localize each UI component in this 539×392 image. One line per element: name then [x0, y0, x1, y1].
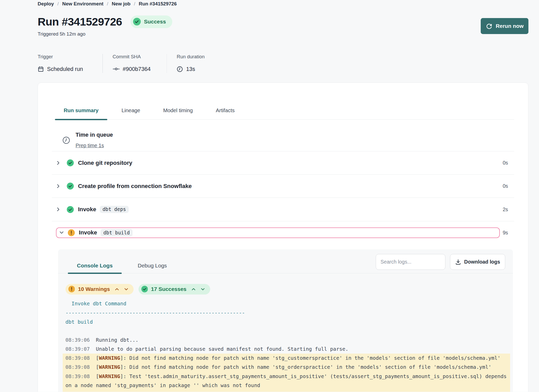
warning-icon [68, 229, 75, 236]
tab-debug-logs[interactable]: Debug Logs [129, 263, 176, 273]
chevron-down-icon[interactable] [124, 287, 129, 292]
breadcrumb-separator: / [107, 1, 108, 7]
console-panel-header: Console Logs Debug Logs Download logs [58, 249, 513, 273]
meta-commit: Commit SHA #900b7364 [113, 54, 157, 73]
commit-label: Commit SHA [113, 54, 157, 60]
clock-icon [177, 66, 183, 72]
log-output: Invoke dbt Command----------------------… [63, 299, 510, 392]
rerun-now-label: Rerun now [496, 23, 524, 29]
warnings-count: 10 Warnings [78, 286, 110, 292]
download-icon [455, 259, 461, 265]
trigger-label: Trigger [38, 54, 93, 60]
rerun-now-button[interactable]: Rerun now [481, 18, 528, 34]
page-title: Run #341529726 [38, 15, 122, 28]
refresh-icon [486, 23, 493, 30]
success-icon [67, 206, 74, 213]
status-badge-label: Success [144, 19, 166, 25]
step-duration: 0s [503, 183, 508, 189]
step-duration: 9s [503, 230, 508, 236]
clock-icon [62, 136, 70, 144]
step-command-chip: dbt deps [100, 206, 129, 213]
chevron-right-icon[interactable] [56, 207, 61, 212]
log-line: 08:39:07 Unable to do partial parsing be… [63, 345, 510, 354]
divider [52, 221, 514, 221]
step-title: Clone git repository [78, 160, 132, 166]
meta-trigger: Trigger Scheduled run [38, 54, 93, 73]
breadcrumb-job[interactable]: New job [112, 1, 130, 7]
warning-log-line: 08:39:08 [WARNING]: Did not find matchin… [66, 363, 507, 372]
step-duration: 0s [503, 160, 508, 166]
time-in-queue: Time in queue Prep time 1s [52, 120, 514, 151]
chevron-down-icon[interactable] [59, 230, 64, 235]
log-line [63, 326, 510, 336]
trigger-value: Scheduled run [47, 66, 83, 72]
search-logs-input[interactable] [376, 254, 445, 270]
log-line: 08:39:06 Running dbt... [63, 336, 510, 345]
page: Deploy/ New Environment/ New job/ Run #3… [38, 0, 528, 392]
chevron-up-icon[interactable] [191, 287, 196, 292]
step-duration: 2s [503, 207, 508, 213]
warning-log-block: 08:39:08 [WARNING]: Did not find matchin… [63, 354, 510, 392]
breadcrumb-separator: / [58, 1, 59, 7]
chevron-up-icon[interactable] [115, 287, 119, 292]
warning-log-line: 08:39:08 [WARNING]: Test 'test.admin_mat… [66, 372, 507, 390]
success-icon [133, 18, 141, 26]
breadcrumb-run: Run #341529726 [139, 1, 177, 7]
tab-artifacts[interactable]: Artifacts [207, 108, 243, 119]
step-title: Invoke [78, 206, 96, 213]
queue-title: Time in queue [76, 131, 113, 138]
log-line: dbt build [63, 317, 510, 326]
log-line: Invoke dbt Command [63, 299, 510, 308]
commit-icon [113, 67, 120, 71]
tab-console-logs[interactable]: Console Logs [68, 263, 122, 273]
console-logs-panel: Console Logs Debug Logs Download logs 10… [58, 249, 513, 392]
step-row-clone[interactable]: Clone git repository 0s [52, 151, 514, 174]
triggered-text: Triggered 5h 12m ago [38, 31, 528, 37]
calendar-icon [38, 66, 44, 72]
run-tabs: Run summary Lineage Model timing Artifac… [52, 108, 514, 120]
breadcrumb-environment[interactable]: New Environment [62, 1, 103, 7]
warnings-pill[interactable]: 10 Warnings [66, 284, 134, 295]
breadcrumb-deploy[interactable]: Deploy [38, 1, 54, 7]
step-row-dbt-build-box[interactable]: Invoke dbt build [56, 227, 500, 238]
step-command-chip: dbt build [101, 229, 133, 236]
log-line: ----------------------------------------… [63, 308, 510, 317]
chevron-right-icon[interactable] [56, 161, 61, 165]
step-title: Create profile from connection Snowflake [78, 183, 192, 190]
breadcrumb-separator: / [134, 1, 135, 7]
successes-count: 17 Successes [151, 286, 186, 292]
warning-icon [68, 286, 75, 292]
success-icon [67, 159, 74, 166]
download-logs-label: Download logs [464, 259, 500, 265]
tab-lineage[interactable]: Lineage [113, 108, 149, 119]
tab-run-summary[interactable]: Run summary [55, 108, 107, 119]
step-row-dbt-deps[interactable]: Invoke dbt deps 2s [52, 198, 514, 221]
run-summary-card: Run summary Lineage Model timing Artifac… [38, 83, 528, 392]
step-row-profile[interactable]: Create profile from connection Snowflake… [52, 175, 514, 198]
commit-value: #900b7364 [123, 66, 151, 72]
tab-model-timing[interactable]: Model timing [154, 108, 201, 119]
warning-log-line: 08:39:08 [WARNING]: Did not find matchin… [66, 354, 507, 363]
meta-duration: Run duration 13s [177, 54, 205, 73]
success-icon [141, 286, 148, 292]
duration-label: Run duration [177, 54, 205, 60]
success-icon [67, 183, 74, 190]
step-row-dbt-build: Invoke dbt build 9s [52, 227, 514, 238]
prep-time-link[interactable]: Prep time 1s [76, 142, 104, 149]
successes-pill[interactable]: 17 Successes [138, 284, 210, 295]
duration-value: 13s [186, 66, 195, 72]
chevron-right-icon[interactable] [56, 184, 61, 189]
breadcrumb: Deploy/ New Environment/ New job/ Run #3… [38, 0, 528, 7]
chevron-down-icon[interactable] [200, 287, 205, 292]
divider [167, 54, 167, 73]
download-logs-button[interactable]: Download logs [450, 254, 505, 270]
divider [102, 54, 103, 73]
status-badge: Success [130, 15, 172, 28]
step-title: Invoke [79, 229, 97, 236]
